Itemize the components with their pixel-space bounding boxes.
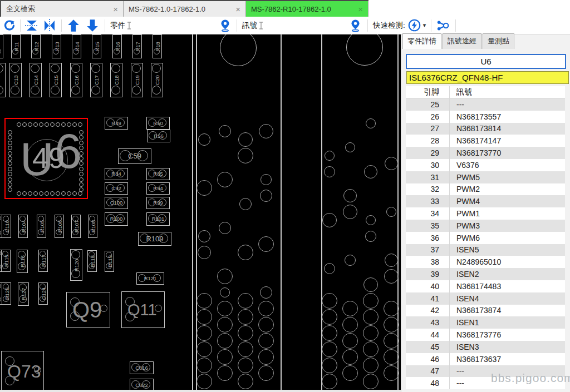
component[interactable]: R49 (105, 117, 128, 130)
component[interactable]: C92 (105, 182, 128, 195)
component[interactable]: R108 (88, 215, 97, 238)
component[interactable]: R18 (153, 34, 162, 58)
component[interactable]: R94 (146, 182, 170, 195)
component[interactable]: C816 (130, 361, 154, 374)
component[interactable]: C20 (151, 63, 163, 97)
component[interactable]: R109 (138, 232, 171, 246)
component[interactable] (0, 63, 6, 97)
component[interactable]: R84 (105, 168, 128, 180)
component[interactable]: Q73 (1, 351, 44, 392)
component[interactable]: C59 (118, 148, 151, 164)
table-row[interactable]: 44N368173776 (406, 329, 565, 341)
flip-vertical-icon[interactable] (25, 19, 38, 32)
table-row[interactable]: 35PWM3 (406, 220, 565, 232)
locate-signal-pin-icon[interactable] (350, 18, 361, 33)
tab-measure-points[interactable]: 量測點 (483, 33, 514, 49)
component[interactable]: R14 (72, 34, 81, 58)
pcb-canvas[interactable]: U 6 49 R11R12R13R14R15R16R17R18C13C14C15… (0, 34, 401, 392)
table-row[interactable]: 43ISEN1 (406, 316, 565, 329)
component[interactable]: C17 (90, 63, 102, 97)
close-icon[interactable]: × (110, 4, 118, 14)
component[interactable]: R126 (2, 282, 11, 305)
table-row[interactable]: 32PWM2 (406, 183, 565, 196)
table-row[interactable]: 39ISEN2 (406, 268, 565, 280)
component[interactable]: R85 (146, 168, 170, 180)
close-icon[interactable]: × (232, 4, 240, 14)
table-row[interactable]: 31PWM5 (406, 171, 565, 183)
component[interactable]: R106 (55, 215, 64, 238)
table-row[interactable]: 38N248965010 (406, 256, 565, 268)
table-row[interactable]: 30V6376 (406, 159, 565, 171)
net-branch-icon[interactable] (436, 19, 450, 32)
component[interactable]: C16 (70, 63, 82, 97)
component[interactable]: C15 (50, 63, 62, 97)
selected-component-u6[interactable]: U 6 49 (4, 118, 88, 199)
arrow-down-icon[interactable] (85, 18, 100, 33)
component[interactable]: R118 (87, 250, 97, 272)
component[interactable]: R17 (132, 34, 142, 58)
flip-horizontal-icon[interactable] (43, 19, 56, 32)
component[interactable]: C14 (30, 63, 42, 97)
table-row[interactable]: 40N368174483 (406, 280, 565, 292)
component[interactable]: R104 (18, 215, 28, 238)
component[interactable]: R13 (52, 34, 61, 58)
tab-part-details[interactable]: 零件詳情 (402, 33, 441, 49)
component[interactable]: R56 (147, 130, 170, 142)
table-row[interactable]: 33PWM4 (406, 195, 565, 207)
table-row[interactable]: 37ISEN5 (406, 244, 565, 256)
component[interactable]: R100 (105, 212, 128, 226)
component[interactable]: R12 (31, 34, 41, 58)
component[interactable] (0, 34, 3, 58)
table-row[interactable]: 45ISEN3 (406, 341, 565, 353)
component[interactable]: R105 (37, 215, 46, 238)
component[interactable]: R115 (1, 250, 11, 272)
table-row[interactable]: 42N368173874 (406, 305, 565, 317)
chevron-down-icon[interactable]: ▾ (423, 22, 426, 29)
signal-cell: --- (449, 98, 565, 111)
via-circle (261, 174, 272, 185)
component[interactable]: R127 (18, 282, 29, 306)
component[interactable]: R107 (71, 215, 81, 238)
refdes-box[interactable]: U6 (406, 54, 566, 69)
component[interactable]: C124 (38, 282, 48, 305)
component[interactable]: R16 (112, 34, 122, 58)
component[interactable]: R121 (136, 272, 164, 285)
tab-signal-path[interactable]: 訊號途經 (443, 33, 481, 49)
component[interactable]: R116 (17, 250, 28, 273)
parts-search-field[interactable]: 零件 (110, 21, 125, 31)
component[interactable]: R101 (146, 212, 170, 226)
component[interactable]: R117 (38, 250, 48, 272)
component[interactable]: C19 (131, 63, 143, 97)
tab-fulltext-search[interactable]: 全文檢索 × (1, 1, 124, 17)
table-row[interactable]: 41ISEN4 (406, 292, 565, 305)
arrow-up-icon[interactable] (66, 18, 81, 33)
table-row[interactable]: 34PWM1 (406, 207, 565, 220)
signal-search-field[interactable]: 訊號 (242, 21, 257, 31)
table-row[interactable]: 29N368173770 (406, 147, 565, 159)
component[interactable]: Q9 (66, 292, 110, 328)
locate-part-pin-icon[interactable] (219, 18, 231, 33)
table-row[interactable]: 26N368173557 (406, 111, 565, 123)
component[interactable]: R119 (105, 251, 114, 272)
component[interactable]: R15 (92, 34, 101, 58)
component[interactable]: C13 (9, 63, 22, 97)
component[interactable]: R120 (70, 249, 82, 281)
quick-test-bolt-icon[interactable] (408, 19, 421, 32)
table-row[interactable]: 25--- (406, 98, 565, 111)
component[interactable]: R11 (11, 34, 21, 58)
table-row[interactable]: 46N368173637 (406, 353, 565, 365)
component[interactable]: C100 (105, 197, 128, 209)
refresh-icon[interactable] (3, 19, 16, 32)
table-row[interactable]: 28N368174147 (406, 135, 565, 147)
canvas-bottom-scrollbar[interactable] (0, 390, 401, 392)
table-row[interactable]: 36PWM6 (406, 232, 565, 244)
component[interactable]: C18 (110, 63, 122, 97)
component[interactable]: R99 (146, 197, 170, 209)
tab-board-1[interactable]: MS-7862-1.0-17862-1.0 × (124, 1, 246, 17)
table-row[interactable]: 27N368173814 (406, 123, 565, 135)
close-icon[interactable]: × (355, 4, 363, 14)
component[interactable]: C110 (2, 215, 11, 238)
tab-board-2-active[interactable]: MS-7862-R10-17862-1.0 × (246, 1, 368, 17)
component[interactable]: R50 (146, 117, 170, 130)
component[interactable]: Q11 (121, 291, 165, 328)
